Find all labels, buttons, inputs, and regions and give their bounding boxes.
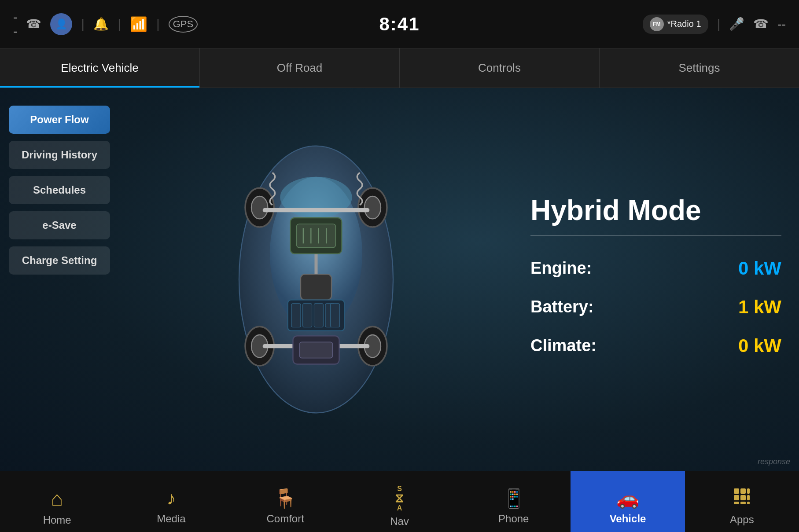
tab-electric-vehicle-label: Electric Vehicle xyxy=(61,61,138,75)
climate-row: Climate: 0 kW xyxy=(530,335,781,356)
svg-rect-22 xyxy=(291,304,301,327)
svg-rect-34 xyxy=(747,495,750,500)
tab-controls-label: Controls xyxy=(478,61,521,75)
separator-3: | xyxy=(156,17,160,32)
climate-value: 0 kW xyxy=(738,335,781,356)
home-label: Home xyxy=(43,514,71,526)
svg-rect-36 xyxy=(740,502,746,504)
svg-rect-14 xyxy=(301,274,331,300)
mode-title: Hybrid Mode xyxy=(530,194,781,236)
svg-rect-29 xyxy=(734,488,739,494)
vehicle-icon: 🚗 xyxy=(616,488,639,509)
sidebar-btn-e-save[interactable]: e-Save xyxy=(9,211,110,239)
nav-icon-compass: S ⧖ A xyxy=(395,485,404,512)
status-bar: -- ☎ 👤 | 🔔 | 📶 | GPS 8:41 FM *Radio 1 | … xyxy=(0,0,799,48)
svg-rect-16 xyxy=(296,224,335,248)
battery-label: Battery: xyxy=(530,297,594,316)
dash-right-icon: -- xyxy=(777,17,786,31)
car-visualization xyxy=(119,88,513,471)
sidebar: Power Flow Driving History Schedules e-S… xyxy=(0,88,119,471)
tab-off-road-label: Off Road xyxy=(277,61,323,75)
svg-rect-26 xyxy=(330,304,339,327)
tab-electric-vehicle[interactable]: Electric Vehicle xyxy=(0,48,200,88)
svg-rect-32 xyxy=(734,495,739,500)
vehicle-label: Vehicle xyxy=(610,513,646,525)
nav-item-media[interactable]: ♪ Media xyxy=(114,471,228,532)
climate-label: Climate: xyxy=(530,336,596,355)
status-left-icons: -- ☎ 👤 | 🔔 | 📶 | GPS xyxy=(13,10,189,38)
radio-display[interactable]: FM *Radio 1 xyxy=(643,15,708,34)
mic-icon[interactable]: 🎤 xyxy=(729,17,744,31)
home-icon: ⌂ xyxy=(51,487,63,510)
apps-icon xyxy=(733,487,751,510)
svg-rect-30 xyxy=(740,488,746,494)
tab-off-road[interactable]: Off Road xyxy=(200,48,400,88)
phone-icon: ☎ xyxy=(26,17,41,31)
car-svg xyxy=(206,125,426,433)
separator-right: | xyxy=(717,17,721,32)
tab-navigation: Electric Vehicle Off Road Controls Setti… xyxy=(0,48,799,88)
sidebar-btn-power-flow[interactable]: Power Flow xyxy=(9,106,110,134)
bell-icon[interactable]: 🔔 xyxy=(93,17,109,31)
nav-item-apps[interactable]: Apps xyxy=(685,471,799,532)
engine-label: Engine: xyxy=(530,259,592,278)
svg-rect-37 xyxy=(747,502,750,504)
svg-rect-23 xyxy=(302,304,312,327)
separator-2: | xyxy=(118,17,121,32)
svg-rect-33 xyxy=(740,495,746,500)
sidebar-btn-charge-setting[interactable]: Charge Setting xyxy=(9,246,110,275)
status-right-icons: FM *Radio 1 | 🎤 ☎ -- xyxy=(610,15,786,34)
phone-right-icon[interactable]: ☎ xyxy=(753,17,769,31)
svg-rect-24 xyxy=(314,304,323,327)
bottom-navigation: ⌂ Home ♪ Media 🪑 Comfort S ⧖ A Nav 📱 Pho… xyxy=(0,471,799,532)
engine-row: Engine: 0 kW xyxy=(530,258,781,279)
nav-item-nav[interactable]: S ⧖ A Nav xyxy=(342,471,457,532)
svg-rect-28 xyxy=(299,342,332,358)
svg-point-8 xyxy=(364,196,380,219)
media-icon: ♪ xyxy=(166,488,176,509)
radio-name: *Radio 1 xyxy=(667,19,701,29)
comfort-label: Comfort xyxy=(267,513,304,525)
radio-type-badge: FM xyxy=(650,17,664,31)
tab-controls[interactable]: Controls xyxy=(400,48,600,88)
sidebar-btn-driving-history[interactable]: Driving History xyxy=(9,141,110,169)
nav-item-home[interactable]: ⌂ Home xyxy=(0,471,114,532)
info-panel: Hybrid Mode Engine: 0 kW Battery: 1 kW C… xyxy=(513,88,799,471)
svg-rect-35 xyxy=(734,502,739,504)
sidebar-btn-schedules[interactable]: Schedules xyxy=(9,176,110,204)
engine-value: 0 kW xyxy=(738,258,781,279)
status-center: 8:41 xyxy=(189,14,610,35)
profile-ring-icon: 👤 xyxy=(50,13,72,35)
main-content: Power Flow Driving History Schedules e-S… xyxy=(0,88,799,471)
wifi-icon[interactable]: 📶 xyxy=(130,16,147,33)
clock: 8:41 xyxy=(379,14,420,35)
apps-label: Apps xyxy=(730,514,754,526)
radio-type-text: FM xyxy=(653,21,660,27)
nav-item-vehicle[interactable]: 🚗 Vehicle xyxy=(571,471,685,532)
tab-settings[interactable]: Settings xyxy=(600,48,799,88)
phone-nav-icon: 📱 xyxy=(502,488,525,509)
nav-item-phone[interactable]: 📱 Phone xyxy=(457,471,571,532)
svg-rect-31 xyxy=(747,488,750,494)
separator-1: | xyxy=(81,17,85,32)
battery-value: 1 kW xyxy=(738,297,781,318)
svg-point-7 xyxy=(251,196,268,219)
profile-avatar[interactable]: 👤 xyxy=(50,13,72,35)
media-label: Media xyxy=(157,513,185,525)
nav-item-comfort[interactable]: 🪑 Comfort xyxy=(228,471,342,532)
dash-icon: -- xyxy=(13,10,17,38)
phone-label: Phone xyxy=(498,513,529,525)
nav-label: Nav xyxy=(390,515,409,528)
battery-row: Battery: 1 kW xyxy=(530,297,781,318)
comfort-icon: 🪑 xyxy=(274,488,297,509)
tab-settings-label: Settings xyxy=(679,61,720,75)
